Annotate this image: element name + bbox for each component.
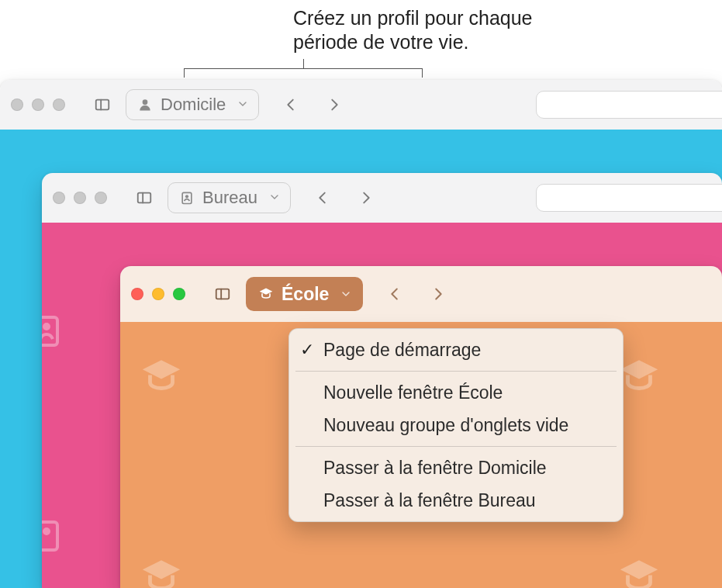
person-icon xyxy=(137,97,153,112)
callout-line-2: période de votre vie. xyxy=(293,30,533,54)
menu-item-label: Passer à la fenêtre Bureau xyxy=(323,490,536,511)
chevron-right-icon xyxy=(358,189,375,206)
traffic-maximize[interactable] xyxy=(173,288,185,300)
badge-bg-icon xyxy=(42,517,65,555)
graduation-cap-bg-icon xyxy=(617,555,662,588)
nav-buttons xyxy=(308,184,381,212)
profile-label: Bureau xyxy=(202,188,257,208)
sidebar-icon xyxy=(136,189,153,206)
traffic-min-inactive[interactable] xyxy=(32,99,44,111)
forward-button[interactable] xyxy=(423,280,453,308)
sidebar-toggle-button[interactable] xyxy=(129,184,160,212)
svg-point-10 xyxy=(43,527,50,535)
callout-line-1: Créez un profil pour chaque xyxy=(293,6,533,30)
sidebar-icon xyxy=(94,96,111,113)
menu-item-switch-bureau[interactable]: Passer à la fenêtre Bureau xyxy=(289,484,623,517)
graduation-cap-icon xyxy=(258,286,274,302)
toolbar-bureau: Bureau xyxy=(42,173,722,223)
graduation-cap-bg-icon xyxy=(139,555,184,588)
menu-item-label: Passer à la fenêtre Domicile xyxy=(323,458,547,479)
chevron-down-icon xyxy=(268,188,281,208)
back-button[interactable] xyxy=(380,280,409,308)
chevron-down-icon xyxy=(340,284,352,305)
profile-menu: Page de démarrage Nouvelle fenêtre École… xyxy=(288,328,624,522)
traffic-min-inactive[interactable] xyxy=(74,192,86,204)
traffic-close-inactive[interactable] xyxy=(11,99,23,111)
back-button[interactable] xyxy=(308,184,337,212)
profile-switcher-domicile[interactable]: Domicile xyxy=(126,89,259,120)
badge-icon xyxy=(179,190,195,206)
chevron-down-icon xyxy=(237,95,249,115)
svg-rect-11 xyxy=(216,289,230,299)
traffic-lights xyxy=(11,99,65,111)
menu-item-label: Nouveau groupe d'onglets vide xyxy=(323,415,568,436)
svg-rect-7 xyxy=(42,317,57,345)
nav-buttons xyxy=(380,280,453,308)
profile-label: Domicile xyxy=(161,95,226,115)
badge-bg-icon xyxy=(42,313,65,350)
address-bar[interactable] xyxy=(536,91,722,119)
sidebar-icon xyxy=(214,285,231,303)
chevron-right-icon xyxy=(430,285,447,303)
traffic-minimize[interactable] xyxy=(152,288,164,300)
traffic-close-inactive[interactable] xyxy=(53,192,65,204)
traffic-max-inactive[interactable] xyxy=(53,99,65,111)
menu-item-start-page[interactable]: Page de démarrage xyxy=(289,334,623,366)
svg-rect-9 xyxy=(42,522,57,550)
menu-item-switch-domicile[interactable]: Passer à la fenêtre Domicile xyxy=(289,451,623,484)
profile-switcher-bureau[interactable]: Bureau xyxy=(168,182,291,213)
svg-point-8 xyxy=(43,323,50,330)
address-bar[interactable] xyxy=(536,184,722,212)
traffic-lights xyxy=(53,192,107,204)
callout-bracket xyxy=(184,61,423,81)
chevron-left-icon xyxy=(314,189,331,206)
sidebar-toggle-button[interactable] xyxy=(207,280,238,308)
toolbar-domicile: Domicile xyxy=(0,80,722,130)
nav-buttons xyxy=(276,91,349,119)
toolbar-ecole: École xyxy=(120,266,722,322)
traffic-max-inactive[interactable] xyxy=(95,192,107,204)
svg-point-6 xyxy=(185,195,188,198)
menu-item-new-tab-group[interactable]: Nouveau groupe d'onglets vide xyxy=(289,409,623,441)
traffic-lights xyxy=(131,288,185,300)
profile-label: École xyxy=(282,284,329,305)
traffic-close[interactable] xyxy=(131,288,143,300)
menu-item-new-window-ecole[interactable]: Nouvelle fenêtre École xyxy=(289,376,623,409)
svg-rect-0 xyxy=(96,100,109,110)
svg-point-2 xyxy=(143,99,148,105)
callout-text: Créez un profil pour chaque période de v… xyxy=(293,6,533,55)
menu-separator xyxy=(295,446,617,447)
profile-switcher-ecole[interactable]: École xyxy=(246,277,363,311)
chevron-left-icon xyxy=(282,96,299,113)
forward-button[interactable] xyxy=(320,91,349,119)
menu-item-label: Nouvelle fenêtre École xyxy=(323,382,503,403)
graduation-cap-bg-icon xyxy=(139,355,184,399)
forward-button[interactable] xyxy=(351,184,381,212)
menu-item-label: Page de démarrage xyxy=(323,340,481,361)
chevron-left-icon xyxy=(386,285,403,303)
back-button[interactable] xyxy=(276,91,306,119)
menu-separator xyxy=(295,371,617,372)
chevron-right-icon xyxy=(326,96,343,113)
window-ecole: École xyxy=(120,266,722,588)
sidebar-toggle-button[interactable] xyxy=(87,91,118,119)
svg-rect-3 xyxy=(138,193,151,203)
